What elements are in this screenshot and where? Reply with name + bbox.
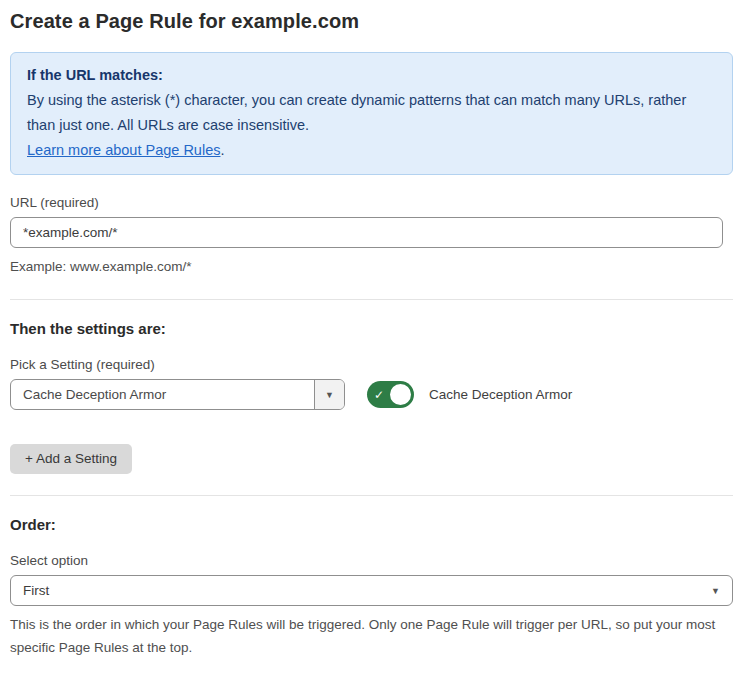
link-suffix: . (220, 142, 224, 158)
chevron-down-icon[interactable]: ▼ (314, 380, 344, 409)
chevron-down-icon: ▼ (711, 586, 720, 596)
order-select-label: Select option (10, 553, 733, 568)
setting-dropdown-value: Cache Deception Armor (11, 380, 314, 409)
order-select[interactable]: First ▼ (10, 575, 733, 606)
create-page-rule-form: Create a Page Rule for example.com If th… (0, 0, 750, 679)
toggle-label: Cache Deception Armor (429, 387, 572, 402)
order-select-value: First (23, 583, 49, 598)
learn-more-link[interactable]: Learn more about Page Rules (27, 142, 220, 158)
info-box-link-line: Learn more about Page Rules. (27, 138, 716, 163)
divider (10, 495, 733, 496)
info-box-body: By using the asterisk (*) character, you… (27, 88, 716, 138)
url-field-label: URL (required) (10, 195, 733, 210)
url-input[interactable] (10, 217, 723, 248)
url-matches-info-box: If the URL matches: By using the asteris… (10, 52, 733, 175)
setting-picker-label: Pick a Setting (required) (10, 357, 733, 372)
page-title: Create a Page Rule for example.com (10, 10, 733, 33)
setting-dropdown[interactable]: Cache Deception Armor ▼ (10, 379, 345, 410)
url-example-helper: Example: www.example.com/* (10, 256, 733, 278)
info-box-heading: If the URL matches: (27, 63, 716, 88)
cache-deception-armor-toggle[interactable]: ✓ (367, 381, 414, 408)
divider (10, 299, 733, 300)
order-helper-text: This is the order in which your Page Rul… (10, 613, 730, 659)
add-setting-button[interactable]: + Add a Setting (10, 444, 132, 474)
setting-row: Cache Deception Armor ▼ ✓ Cache Deceptio… (10, 379, 733, 410)
toggle-knob (388, 382, 413, 407)
settings-section-heading: Then the settings are: (10, 320, 733, 337)
check-icon: ✓ (374, 388, 384, 402)
order-section-heading: Order: (10, 516, 733, 533)
